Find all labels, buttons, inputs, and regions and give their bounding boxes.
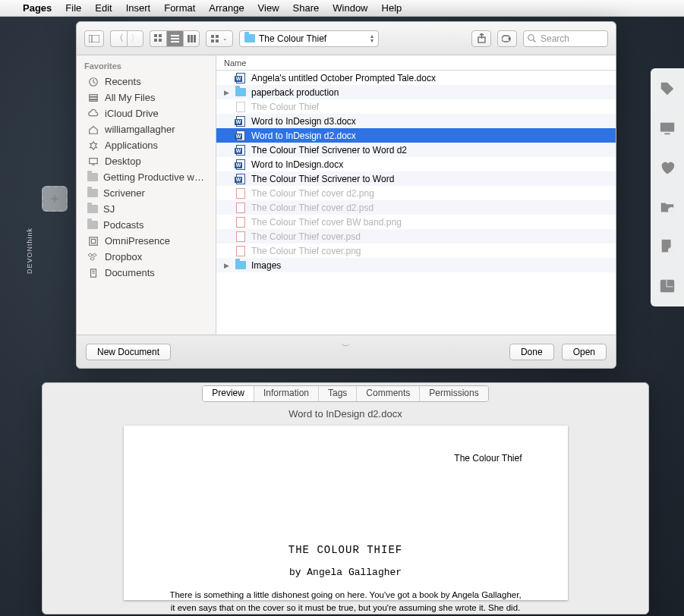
tab-preview[interactable]: Preview	[203, 386, 254, 401]
sidebar-item-label: OmniPresence	[105, 235, 170, 247]
file-name: The Colour Thief cover d2.png	[251, 188, 374, 199]
back-button[interactable]: 〈	[110, 30, 127, 47]
file-name: The Colour Thief cover.psd	[251, 231, 361, 242]
file-icon	[235, 145, 247, 156]
file-row[interactable]: Word to InDesign d2.docx	[216, 128, 616, 143]
file-row[interactable]: The Colour Thief Scrivener to Word d2	[216, 143, 616, 157]
disclosure-icon[interactable]: ▶	[222, 262, 230, 269]
svg-rect-10	[154, 39, 157, 42]
preview-tabs: Preview Information Tags Comments Permis…	[202, 385, 488, 402]
disclosure-icon[interactable]: ▶	[222, 89, 230, 96]
app-name[interactable]: Pages	[23, 2, 52, 14]
menu-bar: Pages File Edit Insert Format Arrange Vi…	[0, 0, 684, 17]
sidebar-item-label: Documents	[105, 267, 155, 278]
sidebar-item[interactable]: OmniPresence	[77, 233, 216, 249]
tag-icon[interactable]	[659, 80, 676, 97]
search-input[interactable]: Search	[523, 30, 608, 47]
svg-rect-0	[660, 123, 674, 132]
sidebar-item[interactable]: All My Files	[77, 90, 216, 105]
file-row[interactable]: The Colour Thief	[216, 99, 616, 114]
svg-rect-15	[188, 35, 190, 42]
file-row[interactable]: ▶Images	[216, 258, 616, 272]
menu-format[interactable]: Format	[164, 2, 195, 14]
tab-tags[interactable]: Tags	[319, 386, 357, 401]
file-icon	[235, 73, 247, 83]
sidebar-toggle-button[interactable]	[84, 30, 104, 47]
open-button[interactable]: Open	[562, 344, 607, 360]
menu-help[interactable]: Help	[382, 2, 402, 14]
sidebar-item[interactable]: Recents	[77, 74, 216, 90]
menu-file[interactable]: File	[65, 2, 81, 14]
file-icon	[235, 174, 247, 184]
menu-share[interactable]: Share	[293, 2, 320, 14]
tab-permissions[interactable]: Permissions	[420, 386, 487, 401]
tab-comments[interactable]: Comments	[357, 386, 420, 401]
file-row[interactable]: The Colour Thief cover d2.psd	[216, 200, 616, 215]
sidebar-item[interactable]: Getting Productive w…	[77, 169, 216, 185]
sidebar-item[interactable]: williamgallagher	[77, 121, 216, 137]
sidebar-item-label: Desktop	[105, 156, 141, 167]
file-row[interactable]: The Colour Thief cover BW band.png	[216, 215, 616, 229]
file-row[interactable]: Word to InDesign.docx	[216, 157, 616, 171]
file-row[interactable]: The Colour Thief cover.png	[216, 244, 616, 258]
svg-rect-32	[90, 237, 98, 245]
menu-window[interactable]: Window	[333, 2, 367, 14]
file-name: Angela's untitled October Prompted Tale.…	[251, 73, 436, 83]
file-row[interactable]: Angela's untitled October Prompted Tale.…	[216, 71, 616, 85]
display-icon[interactable]	[659, 120, 676, 137]
group-button[interactable]: ⌄	[206, 30, 233, 47]
heart-icon[interactable]	[659, 159, 676, 176]
view-columns-button[interactable]	[183, 30, 200, 47]
svg-rect-30	[90, 99, 98, 101]
menu-arrange[interactable]: Arrange	[209, 2, 244, 14]
done-button[interactable]: Done	[509, 344, 554, 360]
svg-rect-11	[159, 39, 162, 42]
share-button[interactable]	[471, 30, 491, 47]
file-row[interactable]: Word to InDesign d3.docx	[216, 114, 616, 128]
sidebar-item[interactable]: Documents	[77, 265, 216, 281]
new-document-button[interactable]: New Document	[86, 344, 171, 360]
doc-paragraph: There is something a little dishonest go…	[169, 589, 522, 614]
view-icons-button[interactable]	[150, 30, 166, 47]
sidebar-item[interactable]: SJ	[77, 201, 216, 217]
add-placeholder-icon[interactable]: +	[42, 186, 68, 212]
sidebar-item[interactable]: Dropbox	[77, 249, 216, 265]
forward-button[interactable]: 〉	[127, 30, 143, 47]
file-row[interactable]: The Colour Thief Scrivener to Word	[216, 171, 616, 186]
file-name: Word to InDesign d3.docx	[251, 116, 356, 127]
menu-edit[interactable]: Edit	[95, 2, 112, 14]
search-placeholder: Search	[541, 33, 569, 44]
open-dialog: 〈 〉 ⌄ The Colour Thief ▴▾ Search Favorit…	[76, 21, 616, 369]
sidebar-item[interactable]: Desktop	[77, 153, 216, 169]
path-dropdown[interactable]: The Colour Thief ▴▾	[239, 30, 379, 47]
file-row[interactable]: The Colour Thief cover d2.png	[216, 186, 616, 200]
view-list-button[interactable]	[166, 30, 183, 47]
sidebar-item[interactable]: Podcasts	[77, 217, 216, 233]
menu-view[interactable]: View	[258, 2, 279, 14]
file-name: The Colour Thief Scrivener to Word d2	[251, 145, 407, 156]
sidebar-item[interactable]: iCloud Drive	[77, 105, 216, 121]
finder-icon[interactable]	[659, 278, 676, 294]
file-icon	[235, 260, 247, 271]
svg-point-2	[668, 207, 675, 214]
tab-information[interactable]: Information	[254, 386, 319, 401]
svg-rect-18	[211, 35, 214, 38]
svg-rect-17	[194, 35, 196, 42]
devonthink-label: DEVONthink	[26, 228, 33, 274]
sidebar-item[interactable]: Scrivener	[77, 185, 216, 201]
svg-rect-20	[211, 39, 214, 42]
file-name: Word to InDesign d2.docx	[251, 130, 356, 141]
file-list: Angela's untitled October Prompted Tale.…	[216, 71, 616, 335]
file-row[interactable]: ▶paperback production	[216, 85, 616, 99]
file-row[interactable]: The Colour Thief cover.psd	[216, 229, 616, 244]
svg-point-4	[668, 247, 675, 254]
tags-button[interactable]	[497, 30, 517, 47]
resize-grip-icon[interactable]: ︶	[342, 340, 351, 353]
doc-clock-icon[interactable]	[659, 238, 676, 255]
column-header-name[interactable]: Name	[216, 55, 616, 71]
file-icon	[235, 231, 247, 242]
folder-clock-icon[interactable]	[659, 199, 676, 215]
menu-insert[interactable]: Insert	[126, 2, 151, 14]
sidebar-item[interactable]: Applications	[77, 137, 216, 153]
svg-rect-29	[90, 97, 98, 99]
